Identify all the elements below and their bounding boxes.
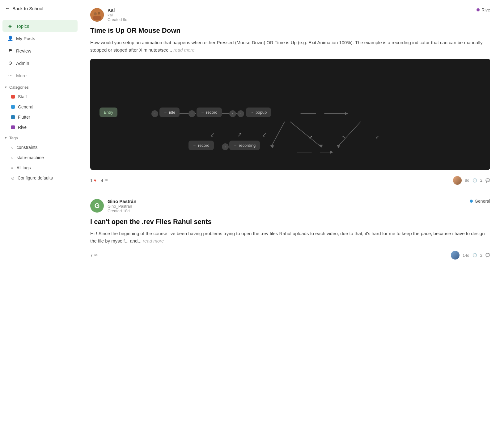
post-1-time-ago: 8d <box>465 178 469 183</box>
post-1-author-name: Kai <box>108 7 127 13</box>
post-2-created: Created 18d <box>108 209 136 213</box>
angle-icon-3: ↙ <box>262 131 267 138</box>
comment-icon-2: 💬 <box>485 253 490 257</box>
post-2-header: G Gino Pastrán Gino_Pastran Created 18d … <box>90 199 490 213</box>
sidebar: ← Back to School ◈ Topics 👤 My Posts ⚑ R… <box>0 0 80 448</box>
rive-color-dot <box>11 125 15 129</box>
record-bottom-label: record <box>198 143 210 148</box>
topics-icon: ◈ <box>7 23 13 29</box>
post-1-category-label: Rive <box>481 7 490 12</box>
sidebar-item-more[interactable]: ⋯ More <box>2 70 78 81</box>
heart-icon: ♥ <box>94 178 96 183</box>
state-machine-label: state-machine <box>17 155 44 160</box>
post-2-avatar: G <box>90 199 104 213</box>
more-icon: ⋯ <box>7 73 13 78</box>
back-label: Back to School <box>12 6 43 11</box>
post-2-stats-right: 14d 🕐 2 💬 <box>451 251 490 260</box>
post-1-responder-avatar <box>453 176 462 185</box>
diagram-node-popup: → popup <box>246 108 271 117</box>
diagram-nav-3-right[interactable]: › <box>237 110 244 117</box>
post-1-read-more[interactable]: read more <box>173 47 194 53</box>
back-button[interactable]: ← Back to School <box>0 0 80 17</box>
post-2-views[interactable]: 7 👁 <box>90 253 98 258</box>
post-1-likes[interactable]: 1 ♥ <box>90 178 96 183</box>
configure-defaults-label: Configure defaults <box>18 175 53 180</box>
sidebar-item-rive[interactable]: Rive <box>2 122 78 132</box>
idle-label: idle <box>169 110 175 115</box>
tags-header[interactable]: ▾ Tags <box>0 133 80 142</box>
post-1-created: Created 9d <box>108 17 127 22</box>
post-2-author-name: Gino Pastrán <box>108 199 136 204</box>
post-2-comment-count: 2 <box>480 253 482 258</box>
popup-label: popup <box>256 110 267 115</box>
sidebar-item-flutter[interactable]: Flutter <box>2 112 78 122</box>
sidebar-tag-all-tags[interactable]: ≡ All tags <box>2 163 78 173</box>
post-2-stats-left: 7 👁 <box>90 253 98 258</box>
sidebar-item-admin[interactable]: ⊙ Admin <box>2 57 78 69</box>
post-2-excerpt: Hi ! Since the beginning of the course i… <box>90 230 490 245</box>
sidebar-item-review[interactable]: ⚑ Review <box>2 45 78 57</box>
post-2-time-ago: 14d <box>463 253 469 258</box>
post-1-views[interactable]: 4 👁 <box>101 178 108 183</box>
post-2-read-more[interactable]: read more <box>143 238 164 243</box>
recording-label: recording <box>239 143 256 148</box>
post-1-likes-count: 1 <box>90 178 93 183</box>
post-1-avatar <box>90 8 104 22</box>
configure-icon: ⊙ <box>11 176 15 180</box>
post-2-category: General <box>470 199 490 204</box>
diagram-nav-3-left[interactable]: ‹ <box>229 110 236 117</box>
post-1-views-count: 4 <box>101 178 103 183</box>
diagram-node-record-bottom: → record <box>189 141 214 150</box>
post-2-author: G Gino Pastrán Gino_Pastran Created 18d <box>90 199 136 213</box>
post-2-author-info: Gino Pastrán Gino_Pastran Created 18d <box>108 199 136 213</box>
all-tags-label: All tags <box>17 165 31 170</box>
post-2-title[interactable]: I can't open the .rev Files Rahul sents <box>90 218 490 226</box>
review-icon: ⚑ <box>7 48 13 53</box>
post-1-author: Kai kai Created 9d <box>90 7 127 22</box>
sidebar-tag-state-machine[interactable]: ○ state-machine <box>2 153 78 163</box>
sidebar-item-my-posts[interactable]: 👤 My Posts <box>2 32 78 44</box>
post-1-author-info: Kai kai Created 9d <box>108 7 127 22</box>
post-2-category-dot <box>470 200 473 203</box>
main-content: Kai kai Created 9d Rive Time is Up OR Mo… <box>80 0 500 448</box>
svg-point-2 <box>98 12 100 15</box>
post-1-footer: 1 ♥ 4 👁 8d 🕐 2 💬 <box>90 175 490 185</box>
angle-icon-2: ↗ <box>237 131 242 138</box>
post-1: Kai kai Created 9d Rive Time is Up OR Mo… <box>80 0 500 191</box>
diagram-node-record-top: → record <box>197 108 222 117</box>
post-1-title[interactable]: Time is Up OR Mouse Down <box>90 26 490 35</box>
post-2-category-label: General <box>475 199 490 204</box>
staff-color-dot <box>11 95 15 99</box>
svg-point-1 <box>94 12 97 15</box>
general-label: General <box>18 104 33 109</box>
categories-header[interactable]: ▾ Categories <box>0 82 80 91</box>
eye-icon: 👁 <box>104 178 108 183</box>
sidebar-item-more-label: More <box>16 73 27 78</box>
post-1-author-username: kai <box>108 13 127 17</box>
clock-icon-2: 🕐 <box>472 253 477 257</box>
back-arrow-icon: ← <box>5 6 10 11</box>
sidebar-item-topics[interactable]: ◈ Topics <box>2 20 78 32</box>
flutter-label: Flutter <box>18 115 30 120</box>
sidebar-item-general[interactable]: General <box>2 102 78 112</box>
eye-icon-2: 👁 <box>94 253 98 258</box>
categories-label: Categories <box>9 85 29 90</box>
post-2: G Gino Pastrán Gino_Pastran Created 18d … <box>80 191 500 266</box>
sidebar-item-topics-label: Topics <box>16 23 29 29</box>
constraints-label: constraints <box>17 145 38 150</box>
diagram-nav-4[interactable]: ‹ <box>222 143 229 150</box>
post-2-responder-avatar <box>451 251 460 260</box>
sidebar-tag-constraints[interactable]: ○ constraints <box>2 142 78 152</box>
rive-label: Rive <box>18 125 27 130</box>
admin-icon: ⊙ <box>7 60 13 66</box>
my-posts-icon: 👤 <box>7 36 13 41</box>
sidebar-item-staff[interactable]: Staff <box>2 92 78 102</box>
state-machine-tag-icon: ○ <box>11 155 14 160</box>
diagram-nav-2[interactable]: › <box>189 110 195 117</box>
diagram-nav-1[interactable]: › <box>151 110 158 117</box>
diagram-node-entry: Entry <box>100 108 117 117</box>
general-color-dot <box>11 105 15 109</box>
post-1-header: Kai kai Created 9d Rive <box>90 7 490 22</box>
sidebar-configure-defaults[interactable]: ⊙ Configure defaults <box>2 173 78 183</box>
post-1-stats-left: 1 ♥ 4 👁 <box>90 178 108 183</box>
